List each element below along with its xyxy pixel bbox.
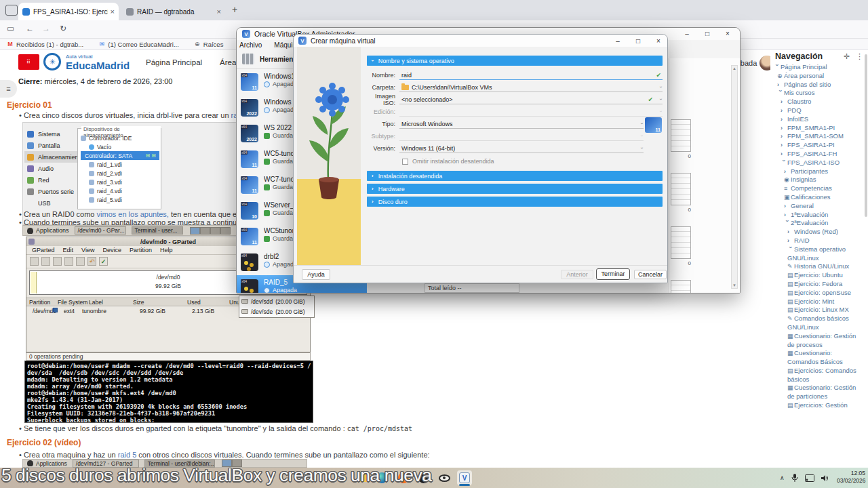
cast-icon[interactable] (805, 474, 814, 482)
collapsed-section-bar[interactable]: › Hardware (367, 184, 663, 194)
scrollbar[interactable]: ▲▼ (731, 65, 738, 289)
nav-tree-item[interactable]: ›FPS_ASIRA1-FH (773, 150, 864, 159)
brand-name-label[interactable]: EducaMadrid (66, 60, 130, 71)
vm-os-icon: x6411 (241, 176, 258, 194)
nav-tree-item[interactable]: ›FPM_SMRA1-SOM (773, 132, 864, 141)
nav-tree-item[interactable]: ›Mis cursos (773, 89, 864, 98)
nav-tree-item[interactable]: ◉Insignias (773, 176, 864, 184)
nav-tree-item[interactable]: ▤Ejercicios: Comandos básicos (773, 367, 864, 384)
nav-tree-item[interactable]: ›Páginas del sitio (773, 81, 864, 89)
nav-tree-item[interactable]: ›Windows (Red) (773, 228, 864, 237)
section-name-os[interactable]: › Nombre y sistema operativo (367, 56, 663, 66)
bookmark-item[interactable]: ✉ (1) Correo EducaMadri... (98, 41, 179, 48)
bookmark-item[interactable]: ⊕ Raíces (194, 41, 224, 48)
nav-tree-item[interactable]: ✎Comandos básicos GNU/Linux (773, 314, 864, 332)
nav-tree-item[interactable]: ›General (773, 202, 864, 211)
nav-tree-item[interactable]: ›FPS_ASIRA1-PI (773, 141, 864, 150)
nav-tree-item[interactable]: ›FPS_ASIRA1-ISO (773, 159, 864, 167)
kebab-menu-icon[interactable]: ⋮ (856, 52, 863, 61)
workspace-switcher (190, 227, 231, 235)
collapsed-section-bar[interactable]: › Instalación desatendida (367, 171, 663, 181)
reload-icon[interactable]: ↻ (60, 24, 66, 33)
browser-tab-active[interactable]: FPS_ASIRA1-ISO: Ejercicio: RAID × (18, 3, 119, 20)
nav-tree-item[interactable]: ›FPM_SMRA1-PI (773, 124, 864, 133)
clock[interactable]: 12:05 03/02/2026 (837, 470, 865, 485)
tab-manager-icon[interactable] (5, 5, 18, 16)
nav-tree-item[interactable]: ▦Cuestionario: Gestión de procesos (773, 332, 864, 350)
terminar-button[interactable]: Terminar (596, 268, 630, 280)
nav-item-icon: ◉ (784, 176, 791, 184)
raid5-link[interactable]: raid 5 (118, 451, 137, 459)
vm-state-icon (264, 107, 270, 113)
nav-tree-item[interactable]: ▦Cuestionario: Gestión de particiones (773, 384, 864, 401)
sidebar-toggle-icon[interactable]: ▭ (7, 24, 14, 33)
move-icon[interactable]: ✛ (844, 52, 850, 61)
vdi-disk-row: raid_3.vdi (81, 178, 159, 186)
nav-tree-item[interactable]: ✎Historia GNU/Linux (773, 262, 864, 271)
nav-tree-item[interactable]: ›Participantes (773, 167, 864, 176)
apuntes-link[interactable]: vimos en los apuntes, (97, 210, 169, 218)
nav-tree-item[interactable]: ⊕Área personal (773, 72, 864, 81)
close-icon[interactable]: × (718, 30, 737, 37)
nav-tree-item[interactable]: ▣Calificaciones (773, 193, 864, 202)
delete-partition-icon (41, 257, 50, 266)
nav-tree-item[interactable]: ▤Ejercicio: Ubuntu (773, 271, 864, 280)
checkbox[interactable] (402, 159, 408, 165)
tab-close-icon[interactable]: × (217, 7, 221, 16)
nav-tree-item[interactable]: ≡Competencias (773, 184, 864, 193)
chart-grid (671, 280, 691, 293)
nav-tree-item[interactable]: ▤Ejercicio: Linux MX (773, 306, 864, 314)
speaker-icon[interactable] (821, 474, 830, 482)
chart-value: 0 (671, 260, 691, 266)
vm-os-icon: x642022 (241, 125, 258, 142)
skip-unattended-checkbox-row[interactable]: Omitir instalación desatendida (367, 156, 663, 167)
collapsed-section-bar[interactable]: › Disco duro (367, 197, 663, 207)
maximize-icon[interactable]: □ (629, 37, 648, 45)
nav-tree-item[interactable]: ›Sistema operativo GNU/Linux (773, 245, 864, 263)
nav-tree-item[interactable]: ›RAID (773, 237, 864, 245)
page-scrollbar[interactable] (865, 54, 867, 217)
screen-recorder-icon[interactable] (437, 470, 452, 485)
nombre-input[interactable]: raid✔ (399, 70, 663, 80)
minimize-icon[interactable]: – (608, 37, 627, 45)
nav-tree-item[interactable]: ›Claustro (773, 98, 864, 106)
maximize-icon[interactable]: □ (698, 30, 717, 37)
nav-tree-item[interactable]: ▦Cuestionario: Comandos Básicos (773, 349, 864, 367)
menu-item[interactable]: Archivo (239, 41, 262, 49)
tab-close-icon[interactable]: × (111, 7, 115, 16)
microphone-icon[interactable] (791, 474, 798, 483)
version-select[interactable]: Windows 11 (64-bit)› (399, 144, 644, 153)
forward-icon[interactable]: → (42, 24, 50, 33)
nav-tree-item[interactable]: ›PDQ (773, 106, 864, 115)
nav-tree-item[interactable]: ›Página Principal (773, 63, 864, 72)
nav-tree-item[interactable]: ›InfoIES (773, 115, 864, 124)
bookmark-item[interactable]: M Recibidos (1) - dgtrab... (7, 41, 83, 48)
new-tab-button[interactable]: + (232, 4, 237, 15)
browser-tab-inactive[interactable]: RAID — dgtrabada × (122, 3, 225, 20)
ayuda-button[interactable]: Ayuda (302, 269, 330, 280)
nav-tree-item[interactable]: ›1ªEvaluación (773, 211, 864, 220)
settings-category-icon (27, 131, 34, 138)
close-icon[interactable]: × (649, 37, 668, 45)
tray-expand-icon[interactable]: ∧ (780, 474, 785, 481)
site-nav-link[interactable]: Página Principal (146, 58, 202, 66)
back-icon[interactable]: ← (26, 24, 34, 33)
virtualbox-taskbar-icon[interactable]: V (457, 470, 472, 485)
nav-item-icon: › (783, 220, 792, 227)
carpeta-select[interactable]: C:\Users\dani\VirtualBox VMs› (399, 83, 663, 92)
nav-item-label: Insignias (791, 176, 816, 183)
tipo-select[interactable]: Microsoft Windows›11 (399, 119, 644, 129)
nav-tree-item[interactable]: ›2ªEvaluación (773, 219, 864, 228)
nav-tree-item[interactable]: ▤Ejercicio: Fedora (773, 280, 864, 289)
iso-select[interactable]: <no seleccionado>✔› (399, 95, 663, 104)
brand-top-label: Aula virtual (66, 54, 93, 60)
drawer-toggle[interactable]: ≡ (0, 80, 17, 98)
nav-tree-item[interactable]: ▤Ejercicio: Mint (773, 298, 864, 306)
gparted-menu-item: View (81, 247, 94, 253)
cancelar-button[interactable]: Cancelar (634, 270, 667, 279)
browser-tab-bar: FPS_ASIRA1-ISO: Ejercicio: RAID × RAID —… (0, 0, 868, 20)
nav-item-icon: › (781, 132, 787, 141)
nav-tree-item[interactable]: ▤Ejercicio: openSuse (773, 289, 864, 298)
minimize-icon[interactable]: – (677, 30, 696, 37)
nav-tree-item[interactable]: ▤Ejercicios: Gestión (773, 401, 864, 410)
